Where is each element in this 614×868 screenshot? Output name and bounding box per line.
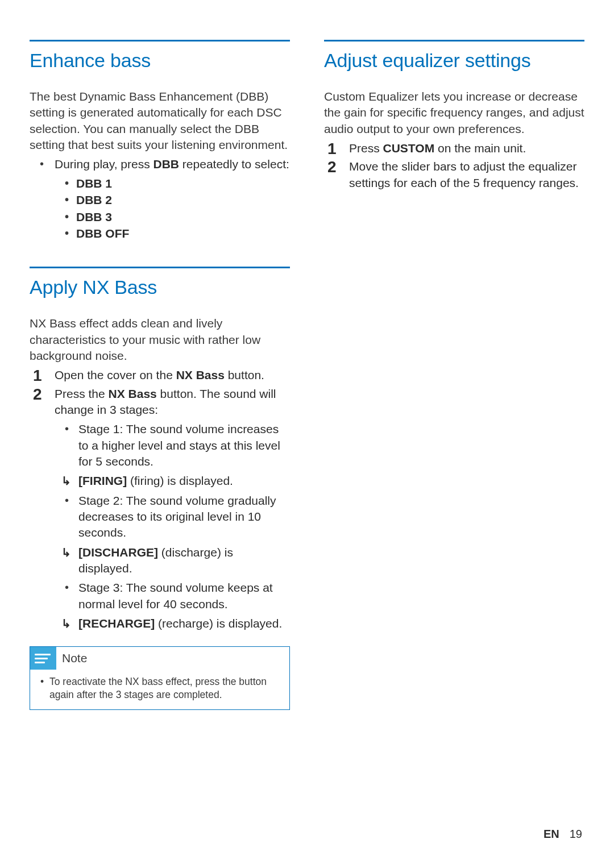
footer-page-number: 19 bbox=[570, 828, 582, 840]
text: on the main unit. bbox=[434, 142, 526, 155]
stage-1: Stage 1: The sound volume increases to a… bbox=[55, 421, 290, 470]
stage-list: Stage 1: The sound volume increases to a… bbox=[55, 421, 290, 632]
dbb-option: DBB 3 bbox=[55, 209, 290, 225]
page-content: Enhance bass The best Dynamic Bass Enhan… bbox=[0, 0, 614, 710]
text: Move the slider bars to adjust the equal… bbox=[349, 160, 579, 189]
dbb-option: DBB OFF bbox=[55, 225, 290, 242]
bold-firing: [FIRING] bbox=[78, 474, 127, 487]
dbb-options: DBB 1 DBB 2 DBB 3 DBB OFF bbox=[55, 175, 290, 242]
intro-nx-bass: NX Bass effect adds clean and lively cha… bbox=[30, 315, 290, 364]
bullet-item: During play, press DBB repeatedly to sel… bbox=[30, 156, 290, 242]
stage-2: Stage 2: The sound volume gradually decr… bbox=[55, 493, 290, 541]
text: Open the cover on the bbox=[55, 368, 176, 381]
bold-nx-bass: NX Bass bbox=[176, 368, 225, 381]
heading-enhance-bass: Enhance bass bbox=[30, 49, 290, 72]
text: Press the bbox=[55, 387, 109, 400]
intro-equalizer: Custom Equalizer lets you increase or de… bbox=[324, 89, 584, 137]
text: (firing) is displayed. bbox=[127, 474, 233, 487]
heading-adjust-equalizer: Adjust equalizer settings bbox=[324, 49, 584, 72]
step-1: 1 Press CUSTOM on the main unit. bbox=[324, 140, 584, 156]
section-rule bbox=[324, 40, 584, 41]
result-discharge: [DISCHARGE] (discharge) is displayed. bbox=[55, 545, 290, 577]
bold-custom: CUSTOM bbox=[383, 142, 435, 155]
step-2: 2 Press the NX Bass button. The sound wi… bbox=[30, 386, 290, 632]
step-1: 1 Open the cover on the NX Bass button. bbox=[30, 367, 290, 383]
note-header: Note bbox=[30, 647, 289, 670]
note-icon bbox=[30, 647, 56, 670]
text: (recharge) is displayed. bbox=[155, 617, 282, 630]
section-rule bbox=[30, 267, 290, 268]
note-item: To reactivate the NX bass effect, press … bbox=[38, 675, 281, 701]
bold-discharge: [DISCHARGE] bbox=[78, 546, 158, 559]
bold-dbb: DBB bbox=[154, 157, 180, 171]
result-recharge: [RECHARGE] (recharge) is displayed. bbox=[55, 616, 290, 632]
intro-enhance-bass: The best Dynamic Bass Enhancement (DBB) … bbox=[30, 89, 290, 153]
text: button. bbox=[225, 368, 264, 381]
bold-nx-bass: NX Bass bbox=[109, 387, 157, 400]
bold-recharge: [RECHARGE] bbox=[78, 617, 155, 630]
footer-lang: EN bbox=[544, 828, 559, 840]
text: Press bbox=[349, 142, 383, 155]
step-2: 2 Move the slider bars to adjust the equ… bbox=[324, 159, 584, 191]
dbb-option: DBB 1 bbox=[55, 175, 290, 192]
page-footer: EN19 bbox=[544, 828, 582, 841]
right-column: Adjust equalizer settings Custom Equaliz… bbox=[324, 40, 584, 710]
note-box: Note To reactivate the NX bass effect, p… bbox=[30, 646, 290, 710]
bullet-list: During play, press DBB repeatedly to sel… bbox=[30, 156, 290, 242]
left-column: Enhance bass The best Dynamic Bass Enhan… bbox=[30, 40, 290, 710]
text: repeatedly to select: bbox=[179, 157, 289, 171]
text: During play, press bbox=[55, 157, 154, 171]
eq-steps: 1 Press CUSTOM on the main unit. 2 Move … bbox=[324, 140, 584, 191]
step-number: 2 bbox=[327, 156, 337, 178]
heading-apply-nx-bass: Apply NX Bass bbox=[30, 276, 290, 298]
section-rule bbox=[30, 40, 290, 41]
dbb-option: DBB 2 bbox=[55, 192, 290, 208]
result-firing: [FIRING] (firing) is displayed. bbox=[55, 473, 290, 489]
step-number: 2 bbox=[33, 384, 42, 405]
stage-3: Stage 3: The sound volume keeps at norma… bbox=[55, 580, 290, 612]
nx-steps: 1 Open the cover on the NX Bass button. … bbox=[30, 367, 290, 632]
note-body: To reactivate the NX bass effect, press … bbox=[30, 670, 289, 709]
note-title: Note bbox=[62, 651, 87, 665]
